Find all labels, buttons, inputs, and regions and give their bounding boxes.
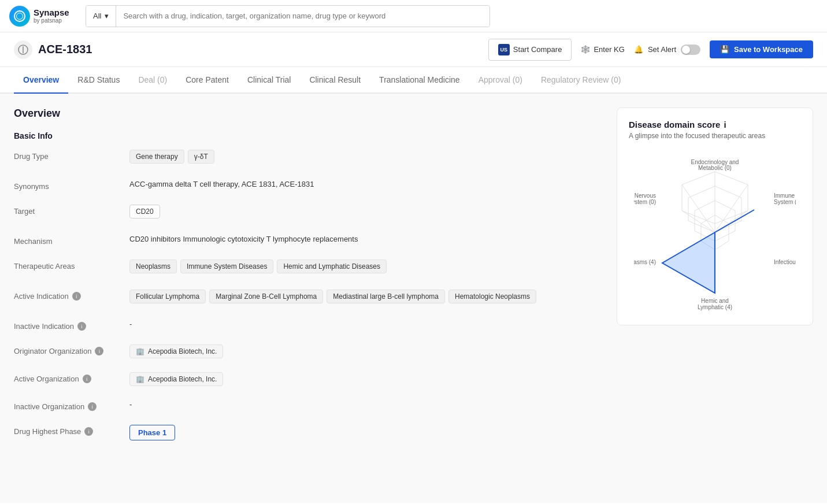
- drug-type-label: Drug Type: [14, 150, 129, 161]
- active-org-name: Acepodia Biotech, Inc.: [148, 375, 217, 383]
- drug-header: ACE-1831 US Start Compare 🕸️ Enter KG 🔔 …: [0, 32, 827, 67]
- alert-toggle[interactable]: [681, 45, 700, 55]
- save-to-workspace-button[interactable]: 💾 Save to Workspace: [710, 40, 813, 58]
- active-indication-info-icon[interactable]: i: [72, 292, 81, 301]
- active-indication-tag[interactable]: Marginal Zone B-Cell Lymphoma: [209, 290, 323, 303]
- originator-org-row: Originator Organization i 🏢 Acepodia Bio…: [14, 344, 603, 358]
- inactive-org-row: Inactive Organization i -: [14, 400, 603, 411]
- header: Synapse by patsnap All ▾: [0, 0, 827, 32]
- active-org-tag[interactable]: 🏢 Acepodia Biotech, Inc.: [129, 372, 223, 386]
- content-left: Overview Basic Info Drug Type Gene thera…: [14, 108, 603, 489]
- tab-core-patent[interactable]: Core Patent: [176, 67, 238, 94]
- svg-text:Lymphatic (4): Lymphatic (4): [698, 304, 732, 310]
- save-icon: 💾: [720, 45, 729, 54]
- enter-kg-button[interactable]: 🕸️ Enter KG: [581, 45, 624, 54]
- svg-text:System (0): System (0): [634, 199, 656, 205]
- alert-icon: 🔔: [634, 45, 643, 54]
- tab-deal--0-: Deal (0): [129, 67, 176, 94]
- logo-icon: [9, 6, 30, 27]
- drug-type-value: Gene therapyγ-δT: [129, 150, 603, 166]
- inactive-indication-label: Inactive Indication i: [14, 320, 129, 331]
- synonyms-row: Synonyms ACC-gamma delta T cell therapy,…: [14, 180, 603, 191]
- drug-icon: [14, 40, 32, 59]
- search-type-dropdown[interactable]: All ▾: [86, 6, 116, 27]
- toggle-knob: [682, 46, 690, 54]
- tab-overview[interactable]: Overview: [14, 67, 68, 94]
- therapeutic-area-tag[interactable]: Neoplasms: [129, 260, 177, 273]
- tab-navigation: OverviewR&D StatusDeal (0)Core PatentCli…: [0, 67, 827, 94]
- active-org-label: Active Organization i: [14, 372, 129, 383]
- originator-org-label: Originator Organization i: [14, 344, 129, 355]
- chevron-down-icon: ▾: [105, 12, 109, 20]
- inactive-org-value: -: [129, 400, 603, 409]
- inactive-indication-row: Inactive Indication i -: [14, 320, 603, 331]
- drug-highest-phase-info-icon[interactable]: i: [84, 427, 93, 436]
- originator-org-name: Acepodia Biotech, Inc.: [148, 347, 217, 355]
- active-indication-tag[interactable]: Hematologic Neoplasms: [448, 290, 536, 303]
- search-container: All ▾: [86, 5, 490, 27]
- synonyms-label: Synonyms: [14, 180, 129, 191]
- originator-org-tag[interactable]: 🏢 Acepodia Biotech, Inc.: [129, 344, 223, 358]
- tab-regulatory-review--0-: Regulatory Review (0): [532, 67, 631, 94]
- compare-label: Start Compare: [513, 45, 562, 54]
- search-input[interactable]: [116, 6, 489, 27]
- drug-actions: US Start Compare 🕸️ Enter KG 🔔 Set Alert…: [488, 39, 813, 61]
- main-content: Overview Basic Info Drug Type Gene thera…: [0, 94, 827, 503]
- set-alert-button[interactable]: 🔔 Set Alert: [634, 45, 700, 55]
- compare-icon: US: [498, 44, 510, 55]
- mechanism-label: Mechanism: [14, 235, 129, 246]
- kg-icon: 🕸️: [581, 45, 590, 54]
- svg-text:Hemic and: Hemic and: [701, 298, 729, 304]
- originator-org-value: 🏢 Acepodia Biotech, Inc.: [129, 344, 603, 358]
- therapeutic-areas-value: NeoplasmsImmune System DiseasesHemic and…: [129, 260, 603, 276]
- overview-title: Overview: [14, 108, 603, 120]
- mechanism-value: CD20 inhibitors Immunologic cytotoxicity…: [129, 235, 603, 243]
- radar-svg: Endocrinology and Metabolic (0) Immune S…: [634, 151, 796, 313]
- logo: Synapse by patsnap: [9, 6, 79, 27]
- active-org-info-icon[interactable]: i: [83, 375, 91, 383]
- org-icon: 🏢: [136, 347, 144, 355]
- logo-name: Synapse: [34, 8, 69, 18]
- content-right: Disease domain score i A glimpse into th…: [617, 108, 813, 489]
- originator-org-info-icon[interactable]: i: [95, 347, 103, 355]
- tab-r-d-status[interactable]: R&D Status: [68, 67, 129, 94]
- therapeutic-areas-label: Therapeutic Areas: [14, 260, 129, 270]
- tab-approval--0-: Approval (0): [469, 67, 532, 94]
- save-label: Save to Workspace: [734, 45, 803, 54]
- start-compare-button[interactable]: US Start Compare: [488, 39, 572, 61]
- active-indication-tag[interactable]: Follicular Lymphoma: [129, 290, 206, 303]
- inactive-indication-info-icon[interactable]: i: [77, 322, 86, 331]
- therapeutic-area-tag[interactable]: Immune System Diseases: [180, 260, 273, 273]
- radar-chart: Endocrinology and Metabolic (0) Immune S…: [634, 151, 796, 313]
- svg-text:Metabolic (0): Metabolic (0): [698, 165, 732, 171]
- org-icon-2: 🏢: [136, 375, 144, 383]
- kg-label: Enter KG: [594, 45, 624, 54]
- active-indication-label: Active Indication i: [14, 290, 129, 301]
- active-org-row: Active Organization i 🏢 Acepodia Biotech…: [14, 372, 603, 386]
- synonyms-value: ACC-gamma delta T cell therapy, ACE 1831…: [129, 180, 603, 188]
- disease-domain-info-icon[interactable]: i: [724, 120, 726, 129]
- active-indication-row: Active Indication i Follicular LymphomaM…: [14, 290, 603, 306]
- svg-text:Infectious (0): Infectious (0): [774, 259, 796, 265]
- tab-clinical-trial[interactable]: Clinical Trial: [238, 67, 300, 94]
- logo-sub: by patsnap: [34, 17, 69, 24]
- active-indication-tag[interactable]: Mediastinal large B-cell lymphoma: [327, 290, 445, 303]
- target-label: Target: [14, 205, 129, 216]
- logo-text: Synapse by patsnap: [34, 8, 69, 24]
- disease-domain-card: Disease domain score i A glimpse into th…: [617, 108, 813, 325]
- disease-domain-subtitle: A glimpse into the focused therapeutic a…: [629, 132, 801, 140]
- tab-clinical-result[interactable]: Clinical Result: [300, 67, 370, 94]
- target-tag: CD20: [129, 205, 160, 218]
- drug-highest-phase-value: Phase 1: [129, 425, 603, 440]
- inactive-org-info-icon[interactable]: i: [88, 402, 97, 411]
- drug-highest-phase-row: Drug Highest Phase i Phase 1: [14, 425, 603, 440]
- drug-highest-phase-label: Drug Highest Phase i: [14, 425, 129, 436]
- target-value: CD20: [129, 205, 603, 221]
- inactive-org-label: Inactive Organization i: [14, 400, 129, 411]
- therapeutic-area-tag[interactable]: Hemic and Lymphatic Diseases: [277, 260, 387, 273]
- svg-text:Immune: Immune: [774, 192, 795, 199]
- therapeutic-areas-row: Therapeutic Areas NeoplasmsImmune System…: [14, 260, 603, 276]
- disease-domain-title: Disease domain score i: [629, 120, 801, 129]
- alert-label: Set Alert: [648, 45, 676, 54]
- tab-translational-medicine[interactable]: Translational Medicine: [370, 67, 469, 94]
